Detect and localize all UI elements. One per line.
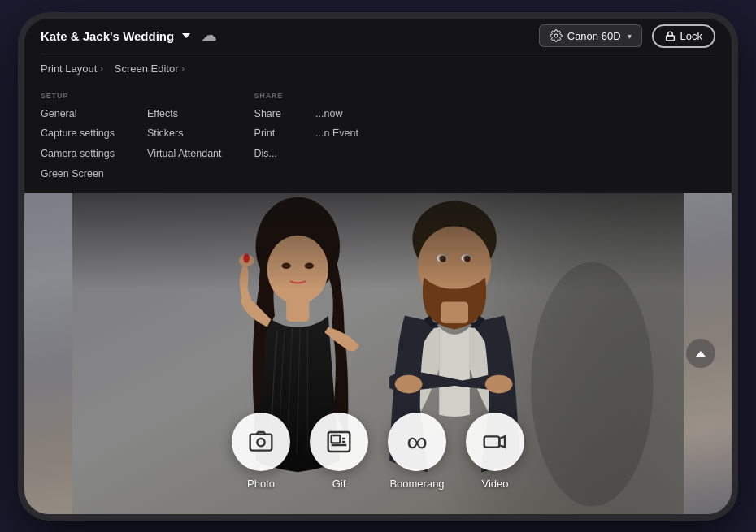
video-button-circle bbox=[466, 413, 524, 471]
setup-header: SETUP bbox=[41, 92, 115, 100]
top-nav: Kate & Jack's Wedding ☁ Canon 60D ▾ bbox=[24, 19, 732, 193]
lock-button[interactable]: Lock bbox=[652, 24, 715, 48]
screen-editor-arrow: › bbox=[181, 64, 184, 73]
tablet-frame: Kate & Jack's Wedding ☁ Canon 60D ▾ bbox=[24, 19, 732, 514]
print-layout-label: Print Layout bbox=[41, 63, 97, 75]
stickers-menu-item[interactable]: Stickers bbox=[147, 124, 222, 143]
camera-label: Canon 60D bbox=[567, 30, 621, 42]
boomerang-icon: ∞ bbox=[406, 427, 428, 456]
camera-selector-button[interactable]: Canon 60D ▾ bbox=[539, 24, 642, 47]
boomerang-button-circle: ∞ bbox=[388, 413, 446, 471]
nav-row3: SETUP General Capture settings Camera se… bbox=[41, 84, 715, 193]
svg-rect-1 bbox=[666, 35, 674, 40]
nav-right-controls: Canon 60D ▾ Lock bbox=[539, 24, 715, 48]
screen-editor-link[interactable]: Screen Editor › bbox=[115, 54, 196, 84]
print-layout-arrow: › bbox=[100, 64, 102, 73]
photo-button-circle bbox=[232, 413, 290, 471]
share-extra-column: ...now ...n Event bbox=[315, 92, 358, 184]
boomerang-label: Boomerang bbox=[389, 478, 444, 490]
screen-editor-label: Screen Editor bbox=[115, 63, 179, 75]
gif-label: Gif bbox=[332, 478, 346, 490]
main-content: Photo Gif ∞ Boomerang bbox=[24, 193, 732, 514]
project-title-group[interactable]: Kate & Jack's Wedding ☁ bbox=[41, 27, 216, 45]
gif-icon bbox=[326, 429, 352, 455]
photo-button[interactable]: Photo bbox=[232, 413, 290, 490]
gif-button[interactable]: Gif bbox=[310, 413, 368, 490]
event-menu-item[interactable]: ...n Event bbox=[315, 124, 358, 143]
gif-button-circle bbox=[310, 413, 368, 471]
nav-row1: Kate & Jack's Wedding ☁ Canon 60D ▾ bbox=[41, 19, 715, 54]
photo-label: Photo bbox=[247, 478, 275, 490]
camera-settings-menu-item[interactable]: Camera settings bbox=[41, 145, 115, 163]
general-menu-item[interactable]: General bbox=[41, 105, 115, 123]
share-column: SHARE Share Print Dis... bbox=[254, 92, 284, 184]
svg-point-0 bbox=[554, 34, 558, 37]
share-extra-header-spacer bbox=[315, 92, 358, 100]
scroll-up-button[interactable] bbox=[686, 339, 715, 368]
scroll-up-icon bbox=[696, 351, 706, 357]
project-chevron-icon bbox=[182, 33, 190, 38]
project-title-text: Kate & Jack's Wedding bbox=[41, 29, 174, 43]
know-menu-item[interactable]: ...now bbox=[315, 105, 358, 123]
svg-rect-28 bbox=[484, 436, 500, 447]
boomerang-button[interactable]: ∞ Boomerang bbox=[388, 413, 446, 490]
setup-column: SETUP General Capture settings Camera se… bbox=[41, 92, 115, 184]
effects-menu-item[interactable]: Effects bbox=[147, 105, 222, 123]
svg-rect-27 bbox=[332, 435, 341, 443]
svg-rect-24 bbox=[250, 434, 272, 450]
video-label: Video bbox=[481, 478, 508, 490]
camera-settings-icon bbox=[550, 29, 563, 42]
video-icon bbox=[482, 429, 508, 455]
capture-settings-menu-item[interactable]: Capture settings bbox=[41, 124, 115, 143]
svg-point-25 bbox=[257, 439, 264, 446]
effects-header-spacer bbox=[147, 92, 222, 100]
extra-menu-item bbox=[315, 145, 358, 163]
print-layout-link[interactable]: Print Layout › bbox=[41, 54, 115, 84]
lock-label: Lock bbox=[680, 30, 702, 42]
green-screen-menu-item[interactable]: Green Screen bbox=[41, 165, 115, 184]
capture-controls: Photo Gif ∞ Boomerang bbox=[232, 413, 524, 490]
nav-row2: Print Layout › Screen Editor › bbox=[41, 54, 715, 84]
cloud-icon: ☁ bbox=[202, 27, 216, 45]
virtual-attendant-menu-item[interactable]: Virtual Attendant bbox=[147, 145, 222, 163]
video-button[interactable]: Video bbox=[466, 413, 524, 490]
lock-icon bbox=[665, 31, 676, 41]
share-header: SHARE bbox=[254, 92, 284, 100]
share-menu-item[interactable]: Share bbox=[254, 105, 284, 123]
dis-menu-item[interactable]: Dis... bbox=[254, 145, 284, 163]
effects-column: Effects Stickers Virtual Attendant bbox=[147, 92, 222, 184]
camera-chevron-icon: ▾ bbox=[628, 32, 632, 41]
print-menu-item[interactable]: Print bbox=[254, 124, 284, 143]
photo-icon bbox=[248, 429, 274, 455]
